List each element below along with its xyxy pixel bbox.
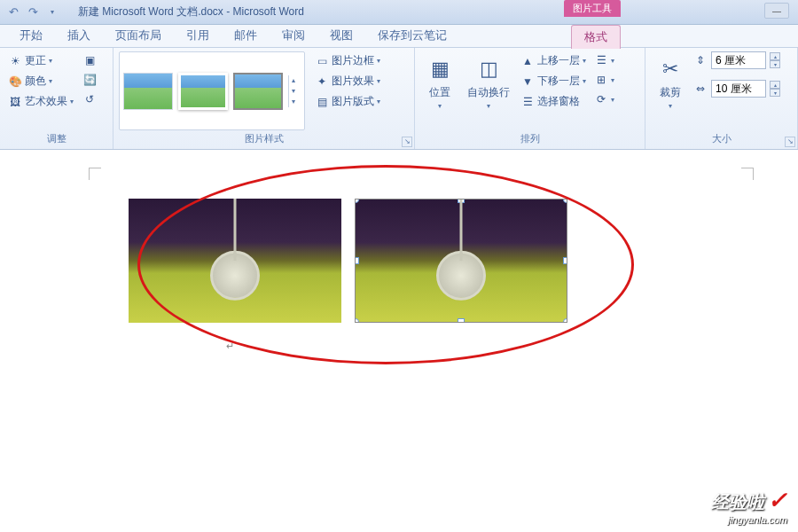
width-up[interactable]: ▴: [770, 81, 780, 89]
resize-handle-mr[interactable]: [563, 257, 567, 264]
chevron-down-icon: ▾: [51, 8, 54, 16]
title-bar: ↶ ↷ ▾ 新建 Microsoft Word 文档.docx - Micros…: [0, 0, 798, 25]
group-size: ✂ 裁剪 ▾ ⇕ ▴ ▾ ⇔ ▴ ▾: [645, 48, 798, 149]
tab-view[interactable]: 视图: [317, 24, 365, 47]
tab-start[interactable]: 开始: [7, 24, 55, 47]
undo-icon: ↶: [9, 5, 19, 19]
watermark: 经验啦 ✓ jingyanla.com: [711, 487, 787, 525]
style-thumb-1[interactable]: [123, 73, 173, 110]
height-icon: ⇕: [693, 53, 708, 67]
paragraph-mark: ↵: [226, 340, 234, 352]
inserted-image-2-selected[interactable]: [355, 199, 567, 323]
color-label: 颜色: [25, 74, 46, 89]
reset-icon: ↺: [82, 92, 97, 106]
border-label: 图片边框: [332, 53, 374, 68]
chevron-down-icon: ▾: [438, 102, 442, 110]
size-dialog-launcher[interactable]: ↘: [785, 137, 795, 147]
undo-button[interactable]: ↶: [5, 4, 21, 20]
picture-tools-label: 图片工具: [564, 0, 621, 17]
document-title: 新建 Microsoft Word 文档.docx - Microsoft Wo…: [78, 4, 793, 20]
minimize-button[interactable]: —: [764, 3, 789, 19]
chevron-down-icon: ▾: [611, 76, 614, 84]
picture-effects-button[interactable]: ✦ 图片效果 ▾: [312, 72, 383, 90]
height-input[interactable]: [711, 51, 766, 69]
tab-page-layout[interactable]: 页面布局: [103, 24, 174, 47]
group-button[interactable]: ⊞▾: [591, 71, 617, 89]
width-input[interactable]: [711, 80, 766, 98]
chevron-down-icon: ▾: [669, 102, 672, 110]
watermark-url: jingyanla.com: [711, 514, 787, 525]
corrections-button[interactable]: ☀ 更正 ▾: [5, 51, 76, 70]
gallery-more: ▴ ▾ ▾: [288, 75, 301, 107]
resize-handle-tm[interactable]: [458, 199, 465, 203]
gallery-scroll-down[interactable]: ▾: [292, 86, 301, 97]
style-thumb-2[interactable]: [178, 73, 228, 110]
position-button[interactable]: ▦ 位置 ▾: [420, 51, 459, 130]
resize-handle-tl[interactable]: [355, 199, 359, 203]
gallery-expand[interactable]: ▾: [292, 97, 301, 107]
rotate-button[interactable]: ⟳▾: [591, 90, 617, 108]
tab-references[interactable]: 引用: [174, 24, 222, 47]
arrange-group-label: 排列: [420, 130, 639, 147]
position-icon: ▦: [426, 55, 454, 83]
resize-handle-tr[interactable]: [563, 199, 567, 203]
bring-forward-button[interactable]: ▲ 上移一层 ▾: [518, 51, 589, 70]
picture-layout-button[interactable]: ▤ 图片版式 ▾: [312, 92, 383, 111]
color-button[interactable]: 🎨 颜色 ▾: [5, 72, 76, 90]
window-controls: —: [764, 3, 789, 19]
minimize-icon: —: [772, 6, 781, 16]
adjust-group-label: 调整: [5, 130, 107, 147]
compress-icon: ▣: [82, 53, 97, 67]
width-row: ⇔ ▴ ▾: [693, 80, 780, 98]
crop-button[interactable]: ✂ 裁剪 ▾: [651, 51, 690, 130]
reset-picture-button[interactable]: ↺: [80, 90, 99, 108]
size-group-label: 大小: [651, 130, 792, 147]
width-down[interactable]: ▾: [770, 89, 780, 97]
effects-label: 图片效果: [332, 74, 374, 89]
redo-button[interactable]: ↷: [25, 4, 41, 20]
inserted-image-1[interactable]: [129, 199, 341, 323]
chevron-down-icon: ▾: [377, 77, 380, 85]
qat-customize[interactable]: ▾: [44, 4, 60, 20]
group-arrange: ▦ 位置 ▾ ◫ 自动换行 ▾ ▲ 上移一层 ▾ ▼ 下移一层 ▾: [415, 48, 645, 149]
resize-handle-ml[interactable]: [355, 257, 359, 264]
group-picture-styles: ▴ ▾ ▾ ▭ 图片边框 ▾ ✦ 图片效果 ▾ ▤ 图片版式: [113, 48, 415, 149]
resize-handle-bm[interactable]: [458, 318, 465, 323]
selection-pane-button[interactable]: ☰ 选择窗格: [518, 92, 589, 111]
artistic-icon: 🖼: [8, 95, 22, 109]
artistic-effects-button[interactable]: 🖼 艺术效果 ▾: [5, 92, 76, 111]
resize-handle-br[interactable]: [563, 318, 567, 323]
align-button[interactable]: ☰▾: [591, 51, 617, 69]
height-up[interactable]: ▴: [770, 52, 780, 60]
rotate-icon: ⟳: [594, 92, 608, 106]
selection-pane-label: 选择窗格: [537, 94, 580, 109]
picture-styles-group-label: 图片样式: [119, 130, 409, 147]
send-backward-label: 下移一层: [537, 74, 580, 89]
tab-insert[interactable]: 插入: [55, 24, 103, 47]
wrap-text-icon: ◫: [474, 55, 503, 83]
resize-handle-bl[interactable]: [355, 318, 359, 323]
effects-icon: ✦: [315, 74, 329, 89]
height-down[interactable]: ▾: [770, 60, 780, 68]
tab-review[interactable]: 审阅: [270, 24, 317, 47]
style-thumb-3[interactable]: [233, 73, 283, 110]
watermark-text: 经验啦: [711, 492, 764, 512]
color-icon: 🎨: [8, 74, 22, 89]
picture-border-button[interactable]: ▭ 图片边框 ▾: [312, 51, 383, 70]
tab-mailings[interactable]: 邮件: [222, 24, 270, 47]
picture-styles-gallery[interactable]: ▴ ▾ ▾: [119, 51, 305, 130]
redo-icon: ↷: [28, 5, 38, 19]
document-area[interactable]: ↵: [0, 150, 798, 532]
send-backward-icon: ▼: [520, 74, 535, 89]
gallery-scroll-up[interactable]: ▴: [292, 75, 301, 86]
tab-save-cloud[interactable]: 保存到云笔记: [365, 24, 459, 47]
compress-picture-button[interactable]: ▣: [80, 51, 99, 69]
picture-styles-dialog-launcher[interactable]: ↘: [402, 137, 412, 147]
layout-icon: ▤: [315, 95, 329, 109]
chevron-down-icon: ▾: [611, 57, 614, 65]
wrap-text-button[interactable]: ◫ 自动换行 ▾: [462, 51, 515, 130]
send-backward-button[interactable]: ▼ 下移一层 ▾: [518, 72, 589, 90]
change-picture-button[interactable]: 🔄: [80, 71, 99, 89]
ribbon: ☀ 更正 ▾ 🎨 颜色 ▾ 🖼 艺术效果 ▾ ▣ 🔄 ↺: [0, 48, 798, 150]
tab-format[interactable]: 格式: [571, 25, 621, 49]
